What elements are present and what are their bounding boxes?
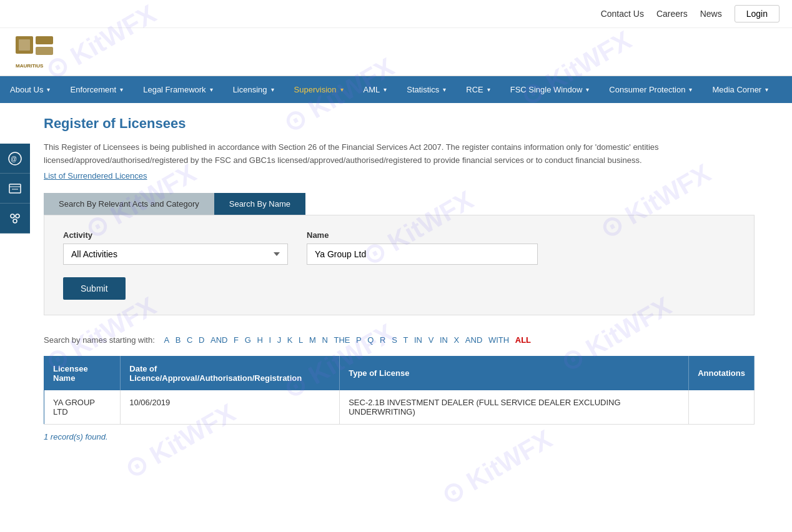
alpha-letter-x[interactable]: X <box>454 335 460 345</box>
alpha-search-label: Search by names starting with: <box>44 335 155 345</box>
alpha-letter-n[interactable]: N <box>322 335 327 345</box>
form-row: Activity All Activities Name <box>63 230 735 265</box>
col-date: Date of Licence/Approval/Authorisation/R… <box>121 356 340 390</box>
nav-aml[interactable]: AML ▾ <box>354 76 397 103</box>
name-label: Name <box>307 230 538 240</box>
alpha-letter-f[interactable]: F <box>234 335 239 345</box>
header: MAURITIUS <box>0 28 792 76</box>
community-side-icon[interactable] <box>0 204 30 234</box>
login-button[interactable]: Login <box>735 5 780 22</box>
nav-rce[interactable]: RCE ▾ <box>456 76 500 103</box>
alpha-letter-l[interactable]: L <box>299 335 303 345</box>
table-header-row: Licensee Name Date of Licence/Approval/A… <box>44 356 755 390</box>
alpha-letter-and2[interactable]: AND <box>465 335 482 345</box>
svg-text:MAURITIUS: MAURITIUS <box>16 63 44 69</box>
main-nav: About Us ▾ Enforcement ▾ Legal Framework… <box>0 76 792 103</box>
alpha-letter-the[interactable]: THE <box>334 335 350 345</box>
cell-date: 10/06/2019 <box>121 390 340 425</box>
name-group: Name <box>307 230 538 265</box>
alpha-letter-j[interactable]: J <box>277 335 282 345</box>
chevron-down-icon: ▾ <box>765 86 768 93</box>
alpha-letter-g[interactable]: G <box>245 335 251 345</box>
svg-point-11 <box>16 214 19 218</box>
contact-us-link[interactable]: Contact Us <box>601 9 644 19</box>
svg-rect-7 <box>9 184 21 193</box>
chevron-down-icon: ▾ <box>689 86 692 93</box>
chevron-down-icon: ▾ <box>120 86 123 93</box>
results-table: Licensee Name Date of Licence/Approval/A… <box>44 356 755 425</box>
svg-rect-3 <box>36 47 53 55</box>
news-link[interactable]: News <box>700 9 722 19</box>
activity-label: Activity <box>63 230 288 240</box>
cell-annotations <box>689 390 755 425</box>
search-form: Activity All Activities Name Submit <box>44 215 755 315</box>
page-description: This Register of Licensees is being publ… <box>44 141 755 167</box>
alpha-letter-and1[interactable]: AND <box>210 335 227 345</box>
chevron-down-icon: ▾ <box>487 86 490 93</box>
alpha-letter-r[interactable]: R <box>380 335 385 345</box>
activity-select[interactable]: All Activities <box>63 244 288 265</box>
chevron-down-icon: ▾ <box>384 86 387 93</box>
alpha-letter-m[interactable]: M <box>309 335 316 345</box>
alpha-letter-q[interactable]: Q <box>367 335 374 345</box>
main-content: Register of Licensees This Register of L… <box>0 103 792 454</box>
svg-rect-2 <box>36 36 53 44</box>
col-type-of-license: Type of License <box>340 356 689 390</box>
chevron-down-icon: ▾ <box>340 86 344 93</box>
cell-type-of-license: SEC-2.1B INVESTMENT DEALER (FULL SERVICE… <box>340 390 689 425</box>
alpha-letter-s[interactable]: S <box>392 335 397 345</box>
name-input[interactable] <box>307 244 538 265</box>
alpha-letter-b[interactable]: B <box>176 335 181 345</box>
alpha-letter-in1[interactable]: IN <box>414 335 422 345</box>
table-row: YA GROUP LTD 10/06/2019 SEC-2.1B INVESTM… <box>44 390 755 425</box>
nav-media-corner[interactable]: Media Corner ▾ <box>702 76 778 103</box>
svg-rect-1 <box>19 39 30 51</box>
alpha-letter-i[interactable]: I <box>269 335 271 345</box>
alpha-letter-c[interactable]: C <box>187 335 192 345</box>
alpha-letter-v[interactable]: V <box>428 335 434 345</box>
nav-enforcement[interactable]: Enforcement ▾ <box>60 76 133 103</box>
col-licensee-name: Licensee Name <box>44 356 121 390</box>
svg-text:@: @ <box>11 155 17 162</box>
top-bar: Contact Us Careers News Login <box>0 0 792 28</box>
alpha-letter-all[interactable]: ALL <box>515 335 531 345</box>
search-tabs: Search By Relevant Acts and Category Sea… <box>44 193 755 215</box>
svg-point-12 <box>13 219 17 223</box>
alpha-letter-in2[interactable]: IN <box>440 335 448 345</box>
nav-consumer-protection[interactable]: Consumer Protection ▾ <box>599 76 702 103</box>
col-annotations: Annotations <box>689 356 755 390</box>
chevron-down-icon: ▾ <box>443 86 446 93</box>
tab-search-by-name[interactable]: Search By Name <box>214 193 305 215</box>
nav-about-us[interactable]: About Us ▾ <box>0 76 60 103</box>
records-found: 1 record(s) found. <box>44 432 755 441</box>
chevron-down-icon: ▾ <box>47 86 50 93</box>
nav-fsc-single-window[interactable]: FSC Single Window ▾ <box>500 76 600 103</box>
activity-group: Activity All Activities <box>63 230 288 265</box>
logo[interactable]: MAURITIUS <box>12 28 56 76</box>
alpha-letter-k[interactable]: K <box>287 335 293 345</box>
surrendered-licences-link[interactable]: List of Surrendered Licences <box>44 171 147 180</box>
alpha-letter-h[interactable]: H <box>257 335 262 345</box>
chevron-down-icon: ▾ <box>210 86 213 93</box>
email-side-icon[interactable]: @ <box>0 144 30 174</box>
alpha-search: Search by names starting with: A B C D A… <box>44 334 755 346</box>
nav-legal-framework[interactable]: Legal Framework ▾ <box>133 76 222 103</box>
alpha-letter-with[interactable]: WITH <box>488 335 509 345</box>
chevron-down-icon: ▾ <box>271 86 274 93</box>
tab-relevant-acts[interactable]: Search By Relevant Acts and Category <box>44 193 214 215</box>
chevron-down-icon: ▾ <box>586 86 589 93</box>
cell-licensee-name: YA GROUP LTD <box>44 390 121 425</box>
submit-button[interactable]: Submit <box>63 277 126 300</box>
page-title: Register of Licensees <box>44 116 755 132</box>
alpha-letter-t[interactable]: T <box>403 335 408 345</box>
alpha-letter-d[interactable]: D <box>199 335 204 345</box>
alpha-letter-a[interactable]: A <box>164 335 169 345</box>
alpha-letter-p[interactable]: P <box>356 335 362 345</box>
svg-point-10 <box>11 214 14 218</box>
nav-licensing[interactable]: Licensing ▾ <box>223 76 284 103</box>
nav-statistics[interactable]: Statistics ▾ <box>397 76 456 103</box>
careers-link[interactable]: Careers <box>656 9 688 19</box>
nav-supervision[interactable]: Supervision ▾ <box>284 76 354 103</box>
side-panel: @ <box>0 144 30 234</box>
newsletter-side-icon[interactable] <box>0 174 30 204</box>
